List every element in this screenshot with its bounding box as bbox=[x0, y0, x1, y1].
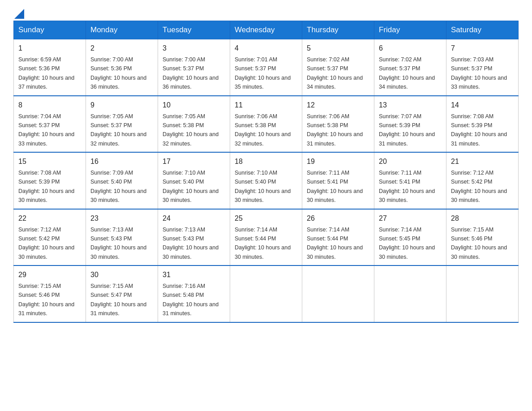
calendar-cell: 22Sunrise: 7:12 AMSunset: 5:42 PMDayligh… bbox=[14, 209, 86, 266]
day-info: Sunrise: 7:11 AMSunset: 5:41 PMDaylight:… bbox=[307, 170, 363, 203]
week-row-2: 8Sunrise: 7:04 AMSunset: 5:37 PMDaylight… bbox=[14, 96, 519, 153]
day-info: Sunrise: 7:10 AMSunset: 5:40 PMDaylight:… bbox=[235, 170, 291, 203]
day-number: 20 bbox=[379, 156, 442, 167]
day-number: 14 bbox=[451, 100, 514, 111]
day-number: 13 bbox=[379, 100, 442, 111]
day-info: Sunrise: 7:05 AMSunset: 5:37 PMDaylight:… bbox=[90, 113, 146, 147]
day-info: Sunrise: 7:15 AMSunset: 5:46 PMDaylight:… bbox=[18, 283, 74, 317]
day-info: Sunrise: 7:00 AMSunset: 5:36 PMDaylight:… bbox=[90, 56, 146, 90]
day-number: 31 bbox=[163, 270, 225, 280]
calendar-cell bbox=[446, 265, 519, 322]
day-number: 25 bbox=[235, 213, 297, 224]
calendar-cell bbox=[374, 265, 446, 322]
calendar-cell: 16Sunrise: 7:09 AMSunset: 5:40 PMDayligh… bbox=[86, 152, 158, 209]
week-row-3: 15Sunrise: 7:08 AMSunset: 5:39 PMDayligh… bbox=[14, 152, 519, 209]
day-info: Sunrise: 7:09 AMSunset: 5:40 PMDaylight:… bbox=[90, 170, 146, 203]
day-number: 16 bbox=[90, 156, 153, 167]
calendar-cell: 29Sunrise: 7:15 AMSunset: 5:46 PMDayligh… bbox=[14, 265, 86, 322]
week-row-5: 29Sunrise: 7:15 AMSunset: 5:46 PMDayligh… bbox=[14, 265, 519, 322]
day-info: Sunrise: 7:14 AMSunset: 5:44 PMDaylight:… bbox=[307, 227, 363, 260]
day-info: Sunrise: 7:14 AMSunset: 5:45 PMDaylight:… bbox=[379, 227, 435, 260]
week-row-1: 1Sunrise: 6:59 AMSunset: 5:36 PMDaylight… bbox=[14, 39, 519, 96]
calendar-cell: 5Sunrise: 7:02 AMSunset: 5:37 PMDaylight… bbox=[302, 39, 374, 96]
calendar-cell: 27Sunrise: 7:14 AMSunset: 5:45 PMDayligh… bbox=[374, 209, 446, 266]
day-number: 3 bbox=[163, 43, 225, 54]
day-info: Sunrise: 7:15 AMSunset: 5:47 PMDaylight:… bbox=[90, 283, 146, 317]
day-number: 23 bbox=[90, 213, 153, 224]
calendar-cell bbox=[302, 265, 374, 322]
calendar-cell: 25Sunrise: 7:14 AMSunset: 5:44 PMDayligh… bbox=[230, 209, 302, 266]
day-number: 2 bbox=[90, 43, 153, 54]
day-number: 7 bbox=[451, 43, 514, 54]
day-info: Sunrise: 7:04 AMSunset: 5:37 PMDaylight:… bbox=[18, 113, 74, 147]
calendar-cell: 3Sunrise: 7:00 AMSunset: 5:37 PMDaylight… bbox=[158, 39, 230, 96]
calendar-cell: 23Sunrise: 7:13 AMSunset: 5:43 PMDayligh… bbox=[86, 209, 158, 266]
calendar-cell: 12Sunrise: 7:06 AMSunset: 5:38 PMDayligh… bbox=[302, 96, 374, 153]
calendar-cell: 10Sunrise: 7:05 AMSunset: 5:38 PMDayligh… bbox=[158, 96, 230, 153]
calendar-cell: 8Sunrise: 7:04 AMSunset: 5:37 PMDaylight… bbox=[14, 96, 86, 153]
day-number: 5 bbox=[307, 43, 369, 54]
day-info: Sunrise: 7:11 AMSunset: 5:41 PMDaylight:… bbox=[379, 170, 435, 203]
week-row-4: 22Sunrise: 7:12 AMSunset: 5:42 PMDayligh… bbox=[14, 209, 519, 266]
day-info: Sunrise: 7:10 AMSunset: 5:40 PMDaylight:… bbox=[163, 170, 219, 203]
day-info: Sunrise: 7:00 AMSunset: 5:37 PMDaylight:… bbox=[163, 56, 219, 90]
day-number: 22 bbox=[18, 213, 81, 224]
day-number: 4 bbox=[235, 43, 297, 54]
day-number: 30 bbox=[90, 270, 153, 280]
header-wednesday: Wednesday bbox=[230, 21, 302, 39]
svg-marker-0 bbox=[14, 9, 24, 19]
day-info: Sunrise: 7:02 AMSunset: 5:37 PMDaylight:… bbox=[307, 56, 363, 90]
calendar-table: SundayMondayTuesdayWednesdayThursdayFrid… bbox=[13, 21, 519, 323]
calendar-cell: 19Sunrise: 7:11 AMSunset: 5:41 PMDayligh… bbox=[302, 152, 374, 209]
day-info: Sunrise: 7:03 AMSunset: 5:37 PMDaylight:… bbox=[451, 56, 507, 90]
calendar-cell bbox=[230, 265, 302, 322]
header-monday: Monday bbox=[86, 21, 158, 39]
logo-icon bbox=[14, 9, 24, 19]
calendar-cell: 20Sunrise: 7:11 AMSunset: 5:41 PMDayligh… bbox=[374, 152, 446, 209]
day-number: 19 bbox=[307, 156, 369, 167]
day-info: Sunrise: 7:08 AMSunset: 5:39 PMDaylight:… bbox=[18, 170, 74, 203]
day-info: Sunrise: 7:12 AMSunset: 5:42 PMDaylight:… bbox=[18, 227, 74, 260]
calendar-cell: 6Sunrise: 7:02 AMSunset: 5:37 PMDaylight… bbox=[374, 39, 446, 96]
day-number: 12 bbox=[307, 100, 369, 111]
header-sunday: Sunday bbox=[14, 21, 86, 39]
day-info: Sunrise: 7:13 AMSunset: 5:43 PMDaylight:… bbox=[90, 227, 146, 260]
day-info: Sunrise: 7:07 AMSunset: 5:39 PMDaylight:… bbox=[379, 113, 435, 147]
page-header bbox=[13, 9, 519, 13]
day-number: 1 bbox=[18, 43, 81, 54]
calendar-cell: 31Sunrise: 7:16 AMSunset: 5:48 PMDayligh… bbox=[158, 265, 230, 322]
logo bbox=[13, 9, 24, 13]
day-info: Sunrise: 7:06 AMSunset: 5:38 PMDaylight:… bbox=[307, 113, 363, 147]
day-number: 29 bbox=[18, 270, 81, 280]
calendar-cell: 14Sunrise: 7:08 AMSunset: 5:39 PMDayligh… bbox=[446, 96, 519, 153]
header-saturday: Saturday bbox=[446, 21, 519, 39]
day-info: Sunrise: 7:12 AMSunset: 5:42 PMDaylight:… bbox=[451, 170, 507, 203]
day-info: Sunrise: 7:05 AMSunset: 5:38 PMDaylight:… bbox=[163, 113, 219, 147]
calendar-cell: 1Sunrise: 6:59 AMSunset: 5:36 PMDaylight… bbox=[14, 39, 86, 96]
day-number: 28 bbox=[451, 213, 514, 224]
calendar-cell: 30Sunrise: 7:15 AMSunset: 5:47 PMDayligh… bbox=[86, 265, 158, 322]
day-info: Sunrise: 7:13 AMSunset: 5:43 PMDaylight:… bbox=[163, 227, 219, 260]
calendar-cell: 4Sunrise: 7:01 AMSunset: 5:37 PMDaylight… bbox=[230, 39, 302, 96]
day-number: 9 bbox=[90, 100, 153, 111]
calendar-cell: 17Sunrise: 7:10 AMSunset: 5:40 PMDayligh… bbox=[158, 152, 230, 209]
calendar-header-row: SundayMondayTuesdayWednesdayThursdayFrid… bbox=[14, 21, 519, 39]
day-number: 21 bbox=[451, 156, 514, 167]
header-tuesday: Tuesday bbox=[158, 21, 230, 39]
day-info: Sunrise: 7:16 AMSunset: 5:48 PMDaylight:… bbox=[163, 283, 219, 317]
day-number: 26 bbox=[307, 213, 369, 224]
day-number: 15 bbox=[18, 156, 81, 167]
calendar-cell: 9Sunrise: 7:05 AMSunset: 5:37 PMDaylight… bbox=[86, 96, 158, 153]
day-number: 18 bbox=[235, 156, 297, 167]
header-friday: Friday bbox=[374, 21, 446, 39]
day-info: Sunrise: 7:08 AMSunset: 5:39 PMDaylight:… bbox=[451, 113, 507, 147]
day-info: Sunrise: 7:14 AMSunset: 5:44 PMDaylight:… bbox=[235, 227, 291, 260]
day-info: Sunrise: 6:59 AMSunset: 5:36 PMDaylight:… bbox=[18, 56, 74, 90]
day-number: 11 bbox=[235, 100, 297, 111]
calendar-cell: 11Sunrise: 7:06 AMSunset: 5:38 PMDayligh… bbox=[230, 96, 302, 153]
calendar-cell: 2Sunrise: 7:00 AMSunset: 5:36 PMDaylight… bbox=[86, 39, 158, 96]
calendar-cell: 21Sunrise: 7:12 AMSunset: 5:42 PMDayligh… bbox=[446, 152, 519, 209]
calendar-cell: 18Sunrise: 7:10 AMSunset: 5:40 PMDayligh… bbox=[230, 152, 302, 209]
day-number: 8 bbox=[18, 100, 81, 111]
day-info: Sunrise: 7:01 AMSunset: 5:37 PMDaylight:… bbox=[235, 56, 291, 90]
